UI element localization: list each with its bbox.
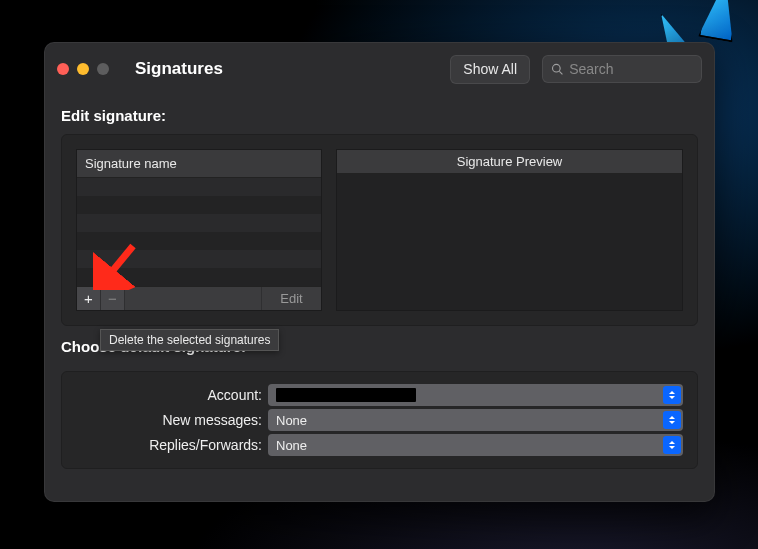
new-messages-select[interactable]: None	[268, 409, 683, 431]
list-item[interactable]	[77, 214, 321, 232]
account-label: Account:	[76, 387, 268, 403]
signature-preview-header: Signature Preview	[337, 150, 682, 174]
replies-forwards-row: Replies/Forwards: None	[76, 434, 683, 456]
default-signature-group: Account: New messages: None Replies/Forw…	[61, 371, 698, 469]
signature-preview-panel: Signature Preview	[336, 149, 683, 311]
list-item[interactable]	[77, 250, 321, 268]
signature-preview-body	[337, 174, 682, 310]
signature-list-footer: + − Edit	[77, 286, 321, 310]
search-input[interactable]	[569, 61, 693, 77]
svg-line-1	[559, 71, 562, 74]
remove-signature-button[interactable]: −	[101, 287, 125, 310]
close-window-button[interactable]	[57, 63, 69, 75]
remove-signature-tooltip: Delete the selected signatures	[100, 329, 279, 351]
new-messages-row: New messages: None	[76, 409, 683, 431]
dropdown-arrows-icon	[663, 386, 681, 404]
show-all-button[interactable]: Show All	[450, 55, 530, 84]
new-messages-label: New messages:	[76, 412, 268, 428]
signature-list: Signature name + − Edit	[76, 149, 322, 311]
dropdown-arrows-icon	[663, 411, 681, 429]
search-field-container[interactable]	[542, 55, 702, 83]
zoom-window-button[interactable]	[97, 63, 109, 75]
add-signature-button[interactable]: +	[77, 287, 101, 310]
list-item[interactable]	[77, 196, 321, 214]
minimize-window-button[interactable]	[77, 63, 89, 75]
window-title: Signatures	[135, 59, 438, 79]
list-item[interactable]	[77, 178, 321, 196]
new-messages-value: None	[276, 413, 307, 428]
edit-signature-label: Edit signature:	[61, 107, 698, 124]
signatures-preferences-window: Signatures Show All Edit signature: Sign…	[44, 42, 715, 502]
list-item[interactable]	[77, 232, 321, 250]
edit-signature-group: Signature name + − Edit	[61, 134, 698, 326]
replies-forwards-select[interactable]: None	[268, 434, 683, 456]
search-icon	[551, 62, 563, 76]
account-value-redacted	[276, 388, 416, 402]
account-select[interactable]	[268, 384, 683, 406]
signature-list-header: Signature name	[77, 150, 321, 178]
replies-forwards-value: None	[276, 438, 307, 453]
window-titlebar: Signatures Show All	[45, 43, 714, 95]
svg-point-0	[553, 64, 561, 72]
edit-signature-button[interactable]: Edit	[261, 287, 321, 310]
replies-forwards-label: Replies/Forwards:	[76, 437, 268, 453]
list-item[interactable]	[77, 268, 321, 286]
signature-list-body[interactable]	[77, 178, 321, 286]
traffic-lights	[57, 63, 115, 75]
account-row: Account:	[76, 384, 683, 406]
dropdown-arrows-icon	[663, 436, 681, 454]
